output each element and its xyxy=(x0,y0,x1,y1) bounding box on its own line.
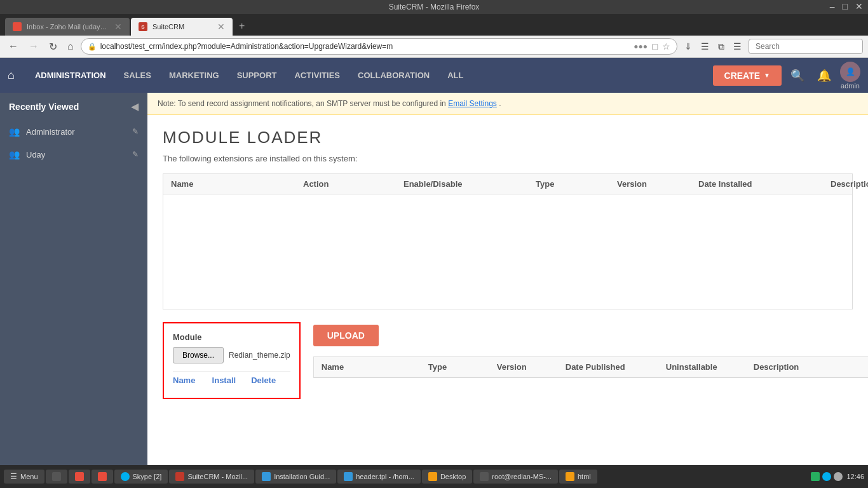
sidebar-item-administrator-edit-icon[interactable]: ✎ xyxy=(132,127,139,136)
address-bar[interactable]: 🔒 ●●● ▢ ☆ xyxy=(81,38,677,55)
uploaded-table-header: Name Install Delete xyxy=(173,371,290,389)
url-input[interactable] xyxy=(100,42,630,51)
bookmarks-icon[interactable]: ☰ xyxy=(698,39,712,53)
header-right: CREATE ▼ 🔍 🔔 👤 admin xyxy=(713,62,860,90)
sidebar-item-uday[interactable]: 👥 Uday ✎ xyxy=(0,143,147,166)
upload-col-name: Name xyxy=(173,376,212,385)
page-subtitle: The following extensions are installed o… xyxy=(163,154,853,163)
module-upload-box: Module Browse... Redian_theme.zip Name I… xyxy=(163,322,301,399)
installed-table: Name Type Version Date Published Uninsta… xyxy=(313,356,868,378)
taskbar-html[interactable]: html xyxy=(559,470,597,484)
sidebar-collapse-icon[interactable]: ◀ xyxy=(131,100,139,112)
tab-suitecrm-label: SuiteCRM xyxy=(153,23,184,30)
tab-suitecrm[interactable]: S SuiteCRM ✕ xyxy=(131,18,233,36)
sidebar-item-uday-label: Uday xyxy=(26,150,126,159)
lock-icon: 🔒 xyxy=(88,43,97,51)
create-chevron-icon: ▼ xyxy=(764,72,770,79)
taskbar-menu[interactable]: ☰ Menu xyxy=(4,470,44,484)
create-button[interactable]: CREATE ▼ xyxy=(713,65,782,86)
taskbar-right: 12:46 xyxy=(811,472,864,481)
taskbar-app4[interactable] xyxy=(92,470,113,484)
browser-toolbar: ← → ↻ ⌂ 🔒 ●●● ▢ ☆ ⇓ ☰ ⧉ ☰ xyxy=(0,36,868,58)
download-icon[interactable]: ⇓ xyxy=(681,39,695,53)
close-btn[interactable]: ✕ xyxy=(855,1,863,11)
nav-item-marketing[interactable]: MARKETING xyxy=(161,65,227,85)
taskbar-app3[interactable] xyxy=(69,470,90,484)
sidebar: Recently Viewed ◀ 👥 Administrator ✎ 👥 Ud… xyxy=(0,93,147,465)
browser-search-input[interactable] xyxy=(749,39,863,54)
nav-item-all[interactable]: ALL xyxy=(440,65,471,85)
minimize-btn[interactable]: – xyxy=(830,1,835,11)
zoho-favicon xyxy=(13,22,22,31)
search-icon-btn[interactable]: 🔍 xyxy=(787,65,808,86)
upload-button[interactable]: UPLOAD xyxy=(313,325,379,346)
avatar[interactable]: 👤 xyxy=(840,62,860,82)
content-inner: MODULE LOADER The following extensions a… xyxy=(147,115,868,424)
app4-icon xyxy=(98,472,107,481)
taskbar-terminal[interactable]: root@redian-MS-... xyxy=(473,470,558,484)
files-icon xyxy=(52,472,61,481)
taskbar-install[interactable]: Installation Guid... xyxy=(255,470,336,484)
sidebar-item-administrator[interactable]: 👥 Administrator ✎ xyxy=(0,120,147,143)
taskbar-suitecrm-label: SuiteCRM - Mozil... xyxy=(187,473,248,480)
user-avatar-area[interactable]: 👤 admin xyxy=(840,62,860,90)
new-tab-button[interactable]: + xyxy=(234,17,250,36)
taskbar-suitecrm[interactable]: SuiteCRM - Mozil... xyxy=(169,470,254,484)
browser-titlebar: SuiteCRM - Mozilla Firefox – □ ✕ xyxy=(0,0,868,14)
sidebar-item-administrator-label: Administrator xyxy=(26,127,126,137)
taskbar-skype-label: Skype [2] xyxy=(133,473,162,480)
notification-text: Note: To send record assignment notifica… xyxy=(158,99,448,108)
maximize-btn[interactable]: □ xyxy=(843,1,848,11)
sync-icon[interactable]: ⧉ xyxy=(715,39,728,54)
nav-item-sales[interactable]: SALES xyxy=(116,65,159,85)
desktop-icon xyxy=(428,472,437,481)
uday-user-icon: 👥 xyxy=(9,149,20,159)
installed-col-uninstallable: Uninstallable xyxy=(666,362,749,372)
taskbar-skype[interactable]: Skype [2] xyxy=(114,470,168,484)
taskbar-desktop-label: Desktop xyxy=(440,473,466,480)
main-content: Note: To send record assignment notifica… xyxy=(147,93,868,465)
taskbar-header[interactable]: header.tpl - /hom... xyxy=(337,470,421,484)
installed-col-version: Version xyxy=(497,362,560,372)
taskbar-html-label: html xyxy=(578,473,591,480)
taskbar: ☰ Menu Skype [2] SuiteCRM - Mozil... xyxy=(0,465,868,488)
browse-button[interactable]: Browse... xyxy=(173,347,224,363)
app3-icon xyxy=(75,472,84,481)
home-nav-icon[interactable]: ⌂ xyxy=(8,69,15,82)
tab-zoho[interactable]: Inbox - Zoho Mail (udayagiri.r... ✕ xyxy=(5,18,130,36)
upload-col-install: Install xyxy=(212,376,252,385)
back-button[interactable]: ← xyxy=(5,39,22,53)
installed-table-header: Name Type Version Date Published Uninsta… xyxy=(314,357,868,377)
col-type: Type xyxy=(536,179,612,189)
nav-item-support[interactable]: SUPPORT xyxy=(229,65,285,85)
taskbar-install-label: Installation Guid... xyxy=(274,473,330,480)
skype-icon xyxy=(121,472,130,481)
tab-suitecrm-close[interactable]: ✕ xyxy=(217,22,225,32)
tab-zoho-close[interactable]: ✕ xyxy=(114,22,122,32)
installed-col-description: Description xyxy=(754,362,855,372)
nav-menu: ADMINISTRATION SALES MARKETING SUPPORT A… xyxy=(27,65,703,85)
nav-item-administration[interactable]: ADMINISTRATION xyxy=(27,65,114,85)
sidebar-item-uday-edit-icon[interactable]: ✎ xyxy=(132,150,139,159)
app-container: ⌂ ADMINISTRATION SALES MARKETING SUPPORT… xyxy=(0,58,868,488)
home-button[interactable]: ⌂ xyxy=(64,39,77,53)
email-settings-link[interactable]: Email Settings xyxy=(448,99,497,108)
notifications-icon-btn[interactable]: 🔔 xyxy=(813,65,835,86)
refresh-button[interactable]: ↻ xyxy=(46,39,60,54)
col-description: Description xyxy=(831,179,868,189)
suitecrm-icon xyxy=(175,472,184,481)
taskbar-desktop[interactable]: Desktop xyxy=(422,470,472,484)
menu-icon: ☰ xyxy=(10,472,17,481)
menu-icon[interactable]: ☰ xyxy=(730,39,745,53)
create-label: CREATE xyxy=(724,71,761,81)
taskbar-menu-label: Menu xyxy=(20,473,38,480)
nav-item-activities[interactable]: ACTIVITIES xyxy=(287,65,348,85)
file-input-row: Browse... Redian_theme.zip xyxy=(173,347,290,363)
shield-tray-icon xyxy=(811,472,820,481)
nav-item-collaboration[interactable]: COLLABORATION xyxy=(350,65,437,85)
taskbar-files[interactable] xyxy=(46,470,67,484)
forward-button[interactable]: → xyxy=(25,39,42,53)
col-version: Version xyxy=(617,179,693,189)
page-title: MODULE LOADER xyxy=(163,128,853,147)
tab-zoho-label: Inbox - Zoho Mail (udayagiri.r... xyxy=(27,23,109,30)
